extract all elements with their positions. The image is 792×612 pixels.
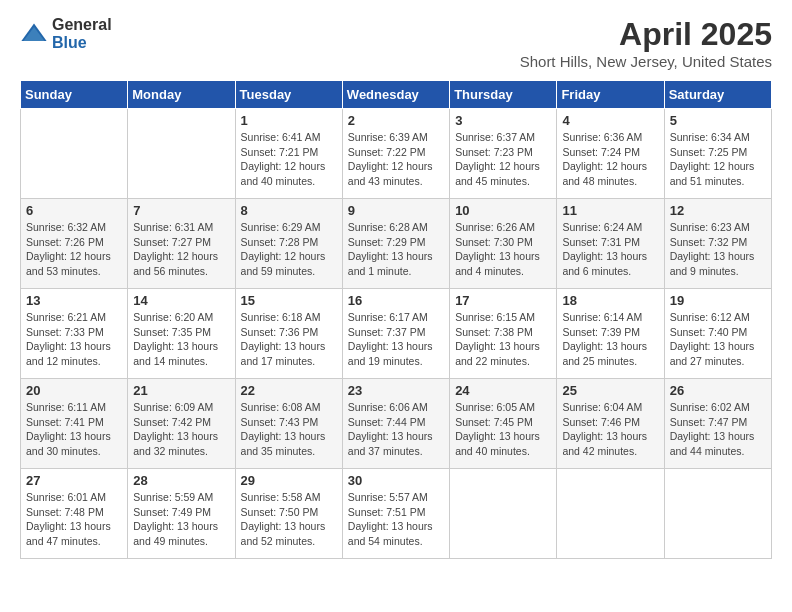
calendar-cell: 6Sunrise: 6:32 AM Sunset: 7:26 PM Daylig…: [21, 199, 128, 289]
calendar-cell: 14Sunrise: 6:20 AM Sunset: 7:35 PM Dayli…: [128, 289, 235, 379]
calendar-cell: 21Sunrise: 6:09 AM Sunset: 7:42 PM Dayli…: [128, 379, 235, 469]
calendar-cell: 18Sunrise: 6:14 AM Sunset: 7:39 PM Dayli…: [557, 289, 664, 379]
calendar-header: SundayMondayTuesdayWednesdayThursdayFrid…: [21, 81, 772, 109]
calendar-cell: [21, 109, 128, 199]
calendar-cell: 2Sunrise: 6:39 AM Sunset: 7:22 PM Daylig…: [342, 109, 449, 199]
day-info: Sunrise: 6:31 AM Sunset: 7:27 PM Dayligh…: [133, 220, 229, 279]
day-info: Sunrise: 6:24 AM Sunset: 7:31 PM Dayligh…: [562, 220, 658, 279]
day-info: Sunrise: 6:05 AM Sunset: 7:45 PM Dayligh…: [455, 400, 551, 459]
header-day-thursday: Thursday: [450, 81, 557, 109]
day-number: 27: [26, 473, 122, 488]
day-info: Sunrise: 6:41 AM Sunset: 7:21 PM Dayligh…: [241, 130, 337, 189]
day-number: 26: [670, 383, 766, 398]
day-number: 13: [26, 293, 122, 308]
calendar-cell: 5Sunrise: 6:34 AM Sunset: 7:25 PM Daylig…: [664, 109, 771, 199]
calendar-cell: 20Sunrise: 6:11 AM Sunset: 7:41 PM Dayli…: [21, 379, 128, 469]
day-info: Sunrise: 6:28 AM Sunset: 7:29 PM Dayligh…: [348, 220, 444, 279]
title-block: April 2025 Short Hills, New Jersey, Unit…: [520, 16, 772, 70]
day-number: 8: [241, 203, 337, 218]
calendar-cell: 11Sunrise: 6:24 AM Sunset: 7:31 PM Dayli…: [557, 199, 664, 289]
logo: General Blue: [20, 16, 112, 51]
header-day-friday: Friday: [557, 81, 664, 109]
logo-general-text: General: [52, 16, 112, 34]
calendar-cell: 10Sunrise: 6:26 AM Sunset: 7:30 PM Dayli…: [450, 199, 557, 289]
day-info: Sunrise: 6:15 AM Sunset: 7:38 PM Dayligh…: [455, 310, 551, 369]
calendar-cell: 25Sunrise: 6:04 AM Sunset: 7:46 PM Dayli…: [557, 379, 664, 469]
calendar-cell: [664, 469, 771, 559]
day-number: 22: [241, 383, 337, 398]
day-number: 9: [348, 203, 444, 218]
day-info: Sunrise: 6:26 AM Sunset: 7:30 PM Dayligh…: [455, 220, 551, 279]
calendar-cell: 23Sunrise: 6:06 AM Sunset: 7:44 PM Dayli…: [342, 379, 449, 469]
day-number: 30: [348, 473, 444, 488]
week-row-4: 20Sunrise: 6:11 AM Sunset: 7:41 PM Dayli…: [21, 379, 772, 469]
day-info: Sunrise: 6:36 AM Sunset: 7:24 PM Dayligh…: [562, 130, 658, 189]
main-title: April 2025: [520, 16, 772, 53]
day-number: 25: [562, 383, 658, 398]
day-number: 4: [562, 113, 658, 128]
day-info: Sunrise: 6:21 AM Sunset: 7:33 PM Dayligh…: [26, 310, 122, 369]
calendar-cell: 30Sunrise: 5:57 AM Sunset: 7:51 PM Dayli…: [342, 469, 449, 559]
header-day-wednesday: Wednesday: [342, 81, 449, 109]
calendar-cell: [450, 469, 557, 559]
day-info: Sunrise: 6:29 AM Sunset: 7:28 PM Dayligh…: [241, 220, 337, 279]
calendar-cell: 4Sunrise: 6:36 AM Sunset: 7:24 PM Daylig…: [557, 109, 664, 199]
day-number: 10: [455, 203, 551, 218]
day-info: Sunrise: 6:34 AM Sunset: 7:25 PM Dayligh…: [670, 130, 766, 189]
calendar-cell: 13Sunrise: 6:21 AM Sunset: 7:33 PM Dayli…: [21, 289, 128, 379]
day-number: 21: [133, 383, 229, 398]
subtitle: Short Hills, New Jersey, United States: [520, 53, 772, 70]
week-row-2: 6Sunrise: 6:32 AM Sunset: 7:26 PM Daylig…: [21, 199, 772, 289]
calendar-cell: 27Sunrise: 6:01 AM Sunset: 7:48 PM Dayli…: [21, 469, 128, 559]
page-header: General Blue April 2025 Short Hills, New…: [20, 16, 772, 70]
logo-icon: [20, 20, 48, 48]
day-number: 16: [348, 293, 444, 308]
day-number: 14: [133, 293, 229, 308]
calendar-cell: 8Sunrise: 6:29 AM Sunset: 7:28 PM Daylig…: [235, 199, 342, 289]
day-number: 18: [562, 293, 658, 308]
day-info: Sunrise: 6:20 AM Sunset: 7:35 PM Dayligh…: [133, 310, 229, 369]
day-info: Sunrise: 5:59 AM Sunset: 7:49 PM Dayligh…: [133, 490, 229, 549]
calendar-cell: 1Sunrise: 6:41 AM Sunset: 7:21 PM Daylig…: [235, 109, 342, 199]
day-info: Sunrise: 6:04 AM Sunset: 7:46 PM Dayligh…: [562, 400, 658, 459]
day-info: Sunrise: 6:11 AM Sunset: 7:41 PM Dayligh…: [26, 400, 122, 459]
day-info: Sunrise: 6:18 AM Sunset: 7:36 PM Dayligh…: [241, 310, 337, 369]
calendar-cell: 19Sunrise: 6:12 AM Sunset: 7:40 PM Dayli…: [664, 289, 771, 379]
day-number: 3: [455, 113, 551, 128]
calendar-table: SundayMondayTuesdayWednesdayThursdayFrid…: [20, 80, 772, 559]
day-number: 12: [670, 203, 766, 218]
day-number: 28: [133, 473, 229, 488]
day-number: 15: [241, 293, 337, 308]
calendar-cell: 28Sunrise: 5:59 AM Sunset: 7:49 PM Dayli…: [128, 469, 235, 559]
calendar-cell: 29Sunrise: 5:58 AM Sunset: 7:50 PM Dayli…: [235, 469, 342, 559]
day-info: Sunrise: 6:02 AM Sunset: 7:47 PM Dayligh…: [670, 400, 766, 459]
day-info: Sunrise: 6:12 AM Sunset: 7:40 PM Dayligh…: [670, 310, 766, 369]
header-row: SundayMondayTuesdayWednesdayThursdayFrid…: [21, 81, 772, 109]
day-number: 23: [348, 383, 444, 398]
day-number: 6: [26, 203, 122, 218]
calendar-cell: 24Sunrise: 6:05 AM Sunset: 7:45 PM Dayli…: [450, 379, 557, 469]
calendar-cell: 15Sunrise: 6:18 AM Sunset: 7:36 PM Dayli…: [235, 289, 342, 379]
day-info: Sunrise: 5:58 AM Sunset: 7:50 PM Dayligh…: [241, 490, 337, 549]
week-row-5: 27Sunrise: 6:01 AM Sunset: 7:48 PM Dayli…: [21, 469, 772, 559]
day-info: Sunrise: 6:37 AM Sunset: 7:23 PM Dayligh…: [455, 130, 551, 189]
calendar-body: 1Sunrise: 6:41 AM Sunset: 7:21 PM Daylig…: [21, 109, 772, 559]
calendar-cell: 17Sunrise: 6:15 AM Sunset: 7:38 PM Dayli…: [450, 289, 557, 379]
day-number: 17: [455, 293, 551, 308]
day-info: Sunrise: 6:32 AM Sunset: 7:26 PM Dayligh…: [26, 220, 122, 279]
day-info: Sunrise: 6:01 AM Sunset: 7:48 PM Dayligh…: [26, 490, 122, 549]
day-info: Sunrise: 6:17 AM Sunset: 7:37 PM Dayligh…: [348, 310, 444, 369]
day-number: 1: [241, 113, 337, 128]
day-number: 7: [133, 203, 229, 218]
header-day-sunday: Sunday: [21, 81, 128, 109]
day-info: Sunrise: 6:39 AM Sunset: 7:22 PM Dayligh…: [348, 130, 444, 189]
day-info: Sunrise: 6:06 AM Sunset: 7:44 PM Dayligh…: [348, 400, 444, 459]
header-day-saturday: Saturday: [664, 81, 771, 109]
day-number: 5: [670, 113, 766, 128]
day-number: 29: [241, 473, 337, 488]
day-number: 24: [455, 383, 551, 398]
day-number: 11: [562, 203, 658, 218]
calendar-cell: 16Sunrise: 6:17 AM Sunset: 7:37 PM Dayli…: [342, 289, 449, 379]
week-row-1: 1Sunrise: 6:41 AM Sunset: 7:21 PM Daylig…: [21, 109, 772, 199]
calendar-cell: 12Sunrise: 6:23 AM Sunset: 7:32 PM Dayli…: [664, 199, 771, 289]
